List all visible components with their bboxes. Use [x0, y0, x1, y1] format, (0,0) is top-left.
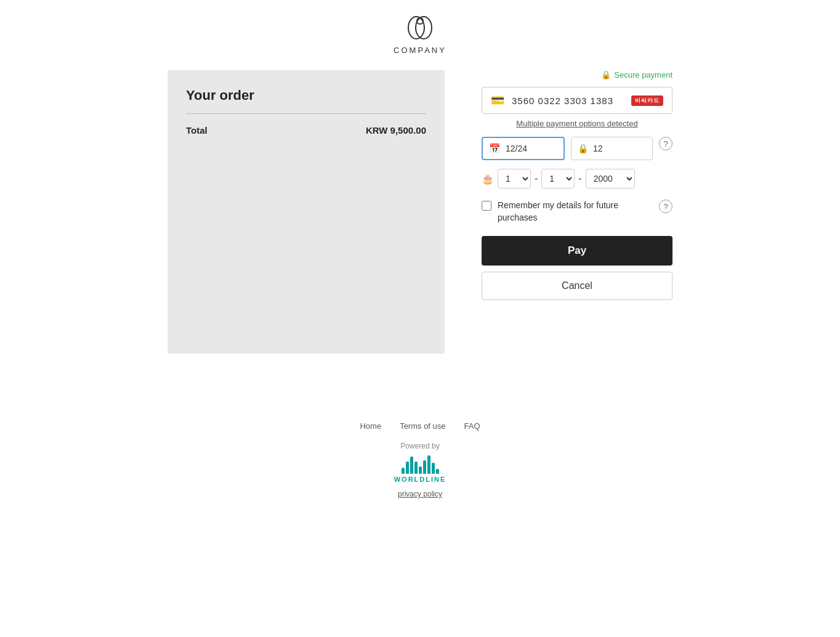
page-header: COMPANY — [0, 0, 840, 64]
order-total-label: Total — [186, 125, 208, 136]
remember-me-checkbox[interactable] — [482, 201, 491, 211]
cancel-button[interactable]: Cancel — [482, 272, 672, 300]
payment-panel: 🔒 Secure payment 💳 3560 0322 3303 1383 비… — [482, 70, 672, 354]
expiry-input-box[interactable]: 📅 — [482, 137, 565, 160]
worldline-waves — [402, 455, 439, 474]
cvv-input-box[interactable]: 🔒 — [571, 137, 653, 160]
card-number-box[interactable]: 💳 3560 0322 3303 1383 비씨카드 — [482, 87, 672, 114]
worldline-text: WORLDLINE — [394, 476, 446, 483]
birthday-row: 🎂 1 2 3 4 5 6 7 8 9 10 11 12 - 1 2 3 4 — [482, 169, 672, 189]
lock-icon: 🔒 — [601, 70, 611, 79]
footer-links: Home Terms of use FAQ — [0, 421, 840, 431]
wave-9 — [436, 469, 439, 474]
credit-card-icon: 💳 — [491, 94, 504, 107]
order-panel: Your order Total KRW 9,500.00 — [168, 70, 445, 354]
birthday-icon: 🎂 — [482, 173, 494, 185]
birth-day-select[interactable]: 1 2 3 4 5 10 15 20 25 31 — [541, 169, 575, 189]
wave-6 — [423, 460, 426, 474]
wave-3 — [410, 456, 413, 474]
remember-help-icon[interactable]: ? — [659, 200, 672, 213]
wave-7 — [427, 455, 430, 474]
faq-link[interactable]: FAQ — [464, 421, 480, 431]
company-name-label: COMPANY — [394, 46, 446, 55]
birth-month-select[interactable]: 1 2 3 4 5 6 7 8 9 10 11 12 — [498, 169, 531, 189]
pay-button[interactable]: Pay — [482, 236, 672, 266]
date-separator-1: - — [535, 173, 538, 184]
calendar-icon: 📅 — [489, 143, 501, 154]
card-number-display: 3560 0322 3303 1383 — [512, 95, 624, 106]
cvv-field[interactable] — [593, 144, 618, 153]
order-total-amount: KRW 9,500.00 — [366, 125, 426, 136]
expiry-cvv-row: 📅 🔒 ? — [482, 137, 672, 160]
company-logo — [402, 12, 438, 43]
multiple-payment-link[interactable]: Multiple payment options detected — [482, 119, 672, 128]
wave-5 — [419, 466, 422, 474]
wave-2 — [406, 461, 409, 474]
expiry-field[interactable] — [506, 144, 543, 153]
date-separator-2: - — [578, 173, 581, 184]
order-divider — [186, 113, 426, 114]
wave-8 — [432, 463, 435, 474]
order-title: Your order — [186, 87, 426, 103]
remember-me-row: Remember my details for future purchases… — [482, 200, 672, 224]
worldline-logo: WORLDLINE — [0, 455, 840, 483]
card-brand-badge: 비씨카드 — [631, 95, 663, 106]
wave-1 — [402, 468, 405, 474]
wave-4 — [414, 461, 418, 474]
privacy-policy-link[interactable]: privacy policy — [398, 490, 442, 498]
secure-payment-label: Secure payment — [614, 70, 672, 79]
birth-year-select[interactable]: 2000 1999 1998 1990 1985 1980 1970 — [586, 169, 635, 189]
remember-me-label: Remember my details for future purchases — [498, 200, 649, 224]
home-link[interactable]: Home — [360, 421, 381, 431]
cvv-lock-icon: 🔒 — [578, 144, 588, 153]
cvv-help-icon[interactable]: ? — [659, 137, 672, 150]
main-content: Your order Total KRW 9,500.00 🔒 Secure p… — [50, 64, 790, 360]
powered-by-label: Powered by — [0, 442, 840, 450]
secure-payment-indicator: 🔒 Secure payment — [482, 70, 672, 79]
terms-link[interactable]: Terms of use — [400, 421, 445, 431]
order-total-row: Total KRW 9,500.00 — [186, 125, 426, 136]
page-footer: Home Terms of use FAQ Powered by WORLDLI… — [0, 421, 840, 517]
